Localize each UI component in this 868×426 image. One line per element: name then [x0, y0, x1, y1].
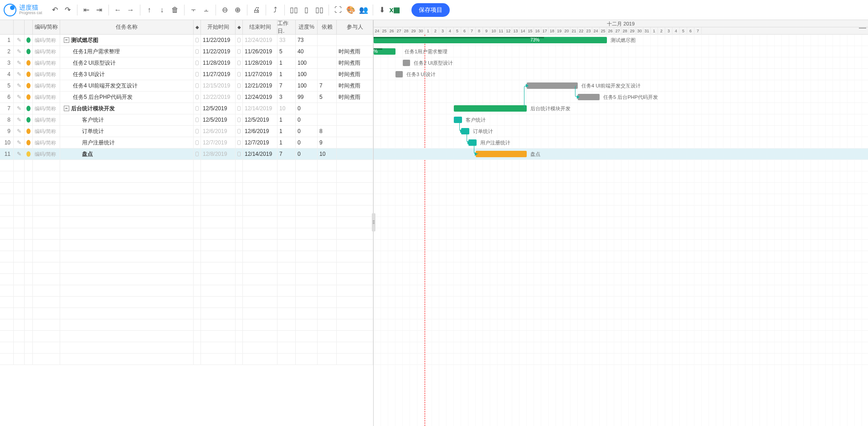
- edit-icon[interactable]: ✎: [14, 114, 25, 125]
- cell-progress[interactable]: 40: [296, 46, 318, 57]
- indent-icon[interactable]: ⇥: [94, 5, 105, 15]
- cell-code[interactable]: 编码/简称: [33, 126, 60, 137]
- cell-name[interactable]: 任务1用户需求整理: [60, 46, 194, 57]
- edit-icon[interactable]: ✎: [14, 137, 25, 148]
- cell-start[interactable]: 12/6/2019: [201, 126, 236, 137]
- cell-name[interactable]: 客户统计: [60, 114, 194, 125]
- cell-progress[interactable]: 100: [296, 69, 318, 80]
- cell-end[interactable]: 11/28/2019: [243, 57, 277, 68]
- checkbox-start[interactable]: [195, 83, 199, 88]
- cell-participants[interactable]: [337, 126, 373, 137]
- checkbox-start[interactable]: [195, 106, 199, 111]
- cell-participants[interactable]: [337, 35, 373, 46]
- cell-start[interactable]: 11/27/2019: [201, 69, 236, 80]
- checkbox-end[interactable]: [237, 49, 241, 54]
- checkbox-end[interactable]: [237, 38, 241, 42]
- gantt-bar[interactable]: 73%测试燃尽图: [374, 37, 607, 43]
- header-code[interactable]: 编码/简称: [33, 20, 60, 34]
- users-icon[interactable]: 👥: [358, 5, 369, 15]
- cell-days[interactable]: 1: [277, 69, 296, 80]
- cell-code[interactable]: 编码/简称: [33, 35, 60, 46]
- cell-days[interactable]: 1: [277, 137, 296, 148]
- zoom-in-icon[interactable]: ⊕: [232, 5, 243, 15]
- cell-start[interactable]: 12/5/2019: [201, 114, 236, 125]
- checkbox-end[interactable]: [237, 72, 241, 77]
- expand-icon[interactable]: −: [64, 106, 69, 111]
- cell-name[interactable]: − 测试燃尽图: [60, 35, 194, 46]
- header-sort-end-icon[interactable]: ◆: [236, 20, 243, 34]
- table-row[interactable]: 9 ✎ 编码/简称 订单统计 12/6/2019 12/6/2019 1 0 8: [0, 126, 373, 137]
- zoom-out-icon[interactable]: ⊖: [220, 5, 231, 15]
- cell-start[interactable]: 12/7/2019: [201, 137, 236, 148]
- edit-icon[interactable]: ✎: [14, 149, 25, 159]
- table-row[interactable]: 4 ✎ 编码/简称 任务3 UI设计 11/27/2019 11/27/2019…: [0, 69, 373, 80]
- checkbox-end[interactable]: [237, 152, 241, 156]
- gantt-bar[interactable]: 40%任务1用户需求整理: [374, 48, 395, 55]
- cell-progress[interactable]: 0: [296, 137, 318, 148]
- cell-name[interactable]: 用户注册统计: [60, 137, 194, 148]
- edit-icon[interactable]: ✎: [14, 57, 25, 68]
- table-row[interactable]: 6 ✎ 编码/简称 任务5 后台PHP代码开发 12/22/2019 12/24…: [0, 92, 373, 103]
- gantt-bar[interactable]: 任务4 UI前端开发交互设计: [527, 82, 578, 89]
- cell-code[interactable]: 编码/简称: [33, 114, 60, 125]
- cell-days[interactable]: 1: [277, 126, 296, 137]
- cell-start[interactable]: 12/8/2019: [201, 149, 236, 159]
- checkbox-end[interactable]: [237, 118, 241, 122]
- cell-progress[interactable]: 0: [296, 114, 318, 125]
- cell-days[interactable]: 7: [277, 80, 296, 91]
- export-excel-icon[interactable]: x▦: [390, 5, 401, 15]
- checkbox-end[interactable]: [237, 129, 241, 133]
- cell-days[interactable]: 33: [277, 35, 296, 46]
- cell-end[interactable]: 12/14/2019: [243, 103, 277, 114]
- print-icon[interactable]: 🖨: [251, 5, 262, 15]
- cell-dep[interactable]: [318, 114, 337, 125]
- edit-icon[interactable]: ✎: [14, 92, 25, 103]
- cell-progress[interactable]: 99: [296, 92, 318, 103]
- cell-progress[interactable]: 100: [296, 80, 318, 91]
- gantt-bar[interactable]: 盘点: [476, 151, 527, 157]
- cell-name[interactable]: − 后台统计模块开发: [60, 103, 194, 114]
- gantt-bar[interactable]: 客户统计: [454, 117, 462, 123]
- cell-participants[interactable]: 时间煮雨: [337, 92, 373, 103]
- cell-end[interactable]: 12/6/2019: [243, 126, 277, 137]
- table-row[interactable]: 3 ✎ 编码/简称 任务2 UI原型设计 11/28/2019 11/28/20…: [0, 57, 373, 69]
- cell-start[interactable]: 12/5/2019: [201, 103, 236, 114]
- header-participants[interactable]: 参与人: [337, 20, 373, 34]
- cell-code[interactable]: 编码/简称: [33, 80, 60, 91]
- cell-name[interactable]: 盘点: [60, 149, 194, 159]
- save-button[interactable]: 保存项目: [411, 3, 450, 17]
- table-row[interactable]: 11 ✎ 编码/简称 盘点 12/8/2019 12/14/2019 7 0 1…: [0, 149, 373, 160]
- gantt-bar[interactable]: 后台统计模块开发: [454, 105, 527, 112]
- share-icon[interactable]: ⤴: [270, 5, 281, 15]
- cell-days[interactable]: 1: [277, 57, 296, 68]
- edit-icon[interactable]: ✎: [14, 46, 25, 57]
- cell-participants[interactable]: [337, 137, 373, 148]
- cell-dep[interactable]: 10: [318, 149, 337, 159]
- cell-end[interactable]: 12/14/2019: [243, 149, 277, 159]
- table-row[interactable]: 2 ✎ 编码/简称 任务1用户需求整理 11/22/2019 11/26/201…: [0, 46, 373, 57]
- cell-dep[interactable]: 5: [318, 92, 337, 103]
- fullscreen-icon[interactable]: ⛶: [333, 5, 344, 15]
- cell-days[interactable]: 1: [277, 114, 296, 125]
- cell-code[interactable]: 编码/简称: [33, 92, 60, 103]
- cell-name[interactable]: 任务5 后台PHP代码开发: [60, 92, 194, 103]
- cell-name[interactable]: 订单统计: [60, 126, 194, 137]
- delete-icon[interactable]: 🗑: [169, 5, 180, 15]
- cell-progress[interactable]: 73: [296, 35, 318, 46]
- expand-icon[interactable]: −: [64, 37, 69, 43]
- cell-participants[interactable]: 时间煮雨: [337, 46, 373, 57]
- palette-icon[interactable]: 🎨: [345, 5, 356, 15]
- cell-participants[interactable]: 时间煮雨: [337, 57, 373, 68]
- edit-icon[interactable]: ✎: [14, 69, 25, 80]
- cell-progress[interactable]: 0: [296, 103, 318, 114]
- header-start[interactable]: 开始时间: [201, 20, 236, 34]
- checkbox-end[interactable]: [237, 61, 241, 65]
- checkbox-end[interactable]: [237, 140, 241, 145]
- outdent-icon[interactable]: ⇤: [81, 5, 92, 15]
- cell-days[interactable]: 3: [277, 92, 296, 103]
- cell-dep[interactable]: [318, 46, 337, 57]
- gantt-bar[interactable]: 任务2 UI原型设计: [403, 60, 410, 66]
- cell-dep[interactable]: [318, 35, 337, 46]
- gantt-bar[interactable]: 任务3 UI设计: [395, 71, 403, 77]
- checkbox-start[interactable]: [195, 61, 199, 65]
